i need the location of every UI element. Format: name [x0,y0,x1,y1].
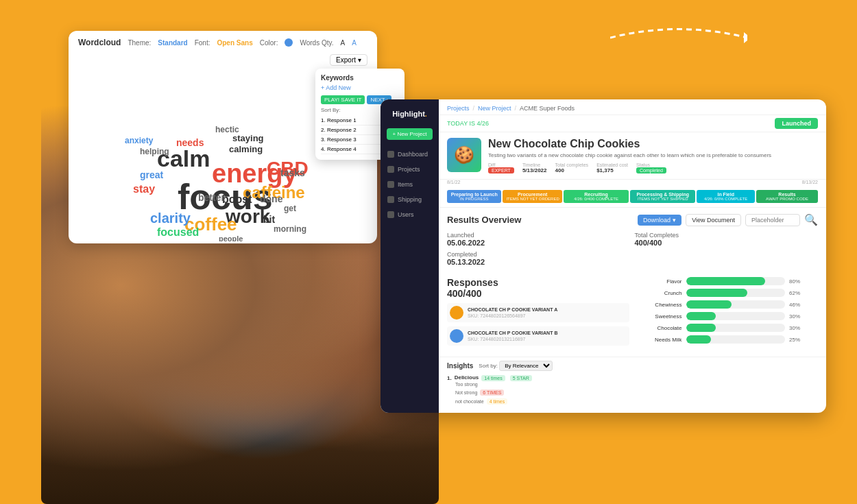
project-header: 🍪 New Chocolate Chip Cookies Testing two… [439,132,826,180]
dashboard-icon [387,151,394,158]
wordcloud-word: helping [140,147,169,156]
timeline-segment-launch: Preparing to Launch IN PROGRESS [447,190,501,203]
highlight-sidebar: Highlight. + New Project Dashboard Proje… [381,99,439,413]
add-new-button[interactable]: + Add New [321,84,399,91]
color-label: Color: [260,39,278,47]
wordcloud-word: people [219,235,243,241]
wordcloud-header: Wordcloud Theme: Standard Font: Open San… [78,38,367,66]
timeline-end: 8/13/22 [802,180,818,184]
meta-timeline: Timeline 5/13/2022 [522,163,547,173]
insight-item-2: Not strong 6 TIMES [447,389,818,396]
wordcloud-word: done [260,193,282,204]
breadcrumb-acme: ACME Super Foods [520,105,575,112]
wordcloud-word: tasks [280,167,305,178]
project-image: 🍪 [447,138,481,172]
wordcloud-word: get [284,204,296,213]
play-save-button[interactable]: PLAY! SAVE IT [321,95,365,104]
results-header: Results Overview Download ▾ View Documen… [447,213,818,226]
project-title: New Chocolate Chip Cookies [488,138,818,150]
meta-cost: Estimated cost $1,375 [596,163,628,173]
sidebar-item-projects[interactable]: Projects [381,162,439,177]
wordcloud-word: bit [263,214,275,225]
sidebar-item-dashboard[interactable]: Dashboard [381,147,439,162]
attributes-section: Flavor 80% Crunch 62% Chewiness [636,277,819,352]
sidebar-item-users[interactable]: Users [381,207,439,222]
wordcloud-word: staying [232,133,264,143]
wordcloud-word: anxiety [125,136,153,145]
launched-button[interactable]: Launched [775,118,818,129]
timeline-segment-recruiting: Recruiting 4/26: 0/400 COMPLETE [564,190,629,203]
results-search-input[interactable] [745,214,800,226]
view-document-button[interactable]: View Document [686,214,741,226]
highlight-main-content: Projects / New Project / ACME Super Food… [439,99,826,413]
search-icon[interactable]: 🔍 [804,213,818,226]
attr-crunch: Crunch 62% [644,289,810,297]
project-info: New Chocolate Chip Cookies Testing two v… [488,138,818,173]
wordcloud-word: calming [229,144,263,154]
timeline-segment-shipping: Processing & Shipping ITEMS NOT YET SHIP… [630,190,695,203]
responses-count: Responses 400/400 [447,277,629,299]
insights-header: Insights Sort by: By Relevance [447,361,818,371]
attr-sweetness: Sweetness 30% [644,312,810,320]
new-project-button[interactable]: + New Project [387,128,432,140]
meta-status: Status Completed [636,163,666,173]
timeline-bar: Preparing to Launch IN PROGRESS Procurem… [439,186,826,208]
diff-badge: EXPERT [488,167,514,173]
words-qty-label: Words Qty. [300,39,333,47]
responses-attributes-grid: Responses 400/400 CHOCOLATE CH P COOKIE … [439,277,826,357]
highlight-app-panel: Highlight. + New Project Dashboard Proje… [381,99,826,413]
results-title: Results Overview [447,215,521,225]
insights-title: Insights [447,362,473,370]
items-icon [387,181,394,188]
sidebar-item-items[interactable]: Items [381,177,439,192]
breadcrumb-projects[interactable]: Projects [447,105,470,112]
estimated-cost-value: $1,375 [596,167,628,173]
sidebar-item-shipping[interactable]: Shipping [381,192,439,207]
svg-marker-0 [744,32,747,43]
attr-chocolate: Chocolate 30% [644,324,810,332]
sort-select[interactable]: By Relevance [499,361,553,371]
wordcloud-word: stay [133,183,155,195]
status-badge: Completed [636,167,666,173]
meta-diff: Diff EXPERT [488,163,514,173]
cookie-icon: 🍪 [454,145,474,165]
insights-section: Insights Sort by: By Relevance 1. Delici… [439,357,826,413]
theme-label: Theme: [128,39,151,47]
color-dot [285,38,293,47]
response-item-a: CHOCOLATE CH P COOKIE VARIANT A SKU: 724… [447,303,629,322]
font-label: Font: [195,39,210,47]
font-value: Open Sans [217,39,252,47]
breadcrumb-new-project[interactable]: New Project [478,105,511,112]
wordcloud-word: clarity [150,211,191,226]
download-button[interactable]: Download ▾ [638,215,681,226]
insight-item-3: not chocolate 4 times [447,398,818,405]
timeline-start: 8/1/22 [447,180,460,184]
wordcloud-word: drinks [160,240,183,241]
wordcloud-word: focused [157,226,199,239]
launched-stat: Launched 05.06.2022 [447,232,631,247]
timeline-value: 5/13/2022 [522,167,547,173]
results-stats-grid: Launched 05.06.2022 Total Completes 400/… [447,232,818,266]
chevron-down-icon: ▾ [358,56,361,64]
responses-section: Responses 400/400 CHOCOLATE CH P COOKIE … [447,277,629,352]
wordcloud-word: better [198,192,225,203]
wordcloud-word: morning [274,224,306,234]
total-completes-value: 400 [555,167,588,173]
project-meta: Diff EXPERT Timeline 5/13/2022 Total com… [488,163,818,173]
project-description: Testing two variants of a new chocolate … [488,152,818,159]
timeline-segment-results: Results AWAIT PROMO CODE [756,190,818,203]
timeline-segment-field: In Field 4/26: 0/0% COMPLETE [697,190,755,203]
timeline-segment-procurement: Procurement ITEMS NOT YET ORDERED [503,190,562,203]
shipping-icon [387,196,394,203]
response-item-b: CHOCOLATE CH P COOKIE VARIANT B SKU: 724… [447,326,629,346]
export-button[interactable]: Export ▾ [330,54,367,66]
results-actions: Download ▾ View Document 🔍 [638,213,818,226]
chevron-down-icon: ▾ [673,217,676,224]
today-label: TODAY IS 4/26 [447,120,489,127]
projects-icon [387,166,394,173]
insight-item-1: 1. Delicious 14 times 5 STAR Too strong [447,374,818,387]
attr-flavor: Flavor 80% [644,277,810,285]
total-completes-stat: Total Completes 400/400 [635,232,819,247]
response-avatar-a [450,306,463,320]
attr-needs-milk: Needs Milk 25% [644,335,810,344]
